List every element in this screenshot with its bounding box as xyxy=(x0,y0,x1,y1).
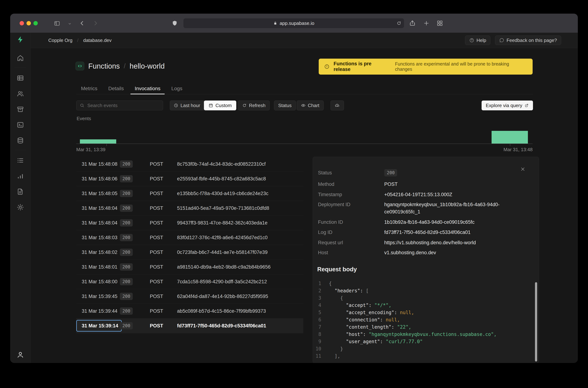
event-status-cell: 200 xyxy=(120,205,150,212)
explore-via-query-button[interactable]: Explore via query xyxy=(482,100,533,110)
tab-logs[interactable]: Logs xyxy=(171,83,182,94)
last-hour-button[interactable]: Last hour xyxy=(170,100,204,110)
share-icon[interactable] xyxy=(409,20,416,26)
event-status-cell: 200 xyxy=(120,322,150,329)
supabase-logo[interactable] xyxy=(10,36,30,44)
breadcrumb-project[interactable]: database.dev xyxy=(83,38,111,43)
request-body-code: 1{2 "headers": [3 {4 "accept": "*/*",5 "… xyxy=(313,280,539,360)
code-text: "accept_encoding": null, xyxy=(329,309,414,316)
new-tab-icon[interactable] xyxy=(423,20,430,26)
custom-range-button[interactable]: Custom xyxy=(204,100,236,110)
chart-toggle-label: Chart xyxy=(308,103,319,108)
table-row[interactable]: 31 Mar 15:39:14200POSTfd73ff71-7f50-465d… xyxy=(76,318,303,333)
event-id-cell: 7cda1c58-8598-4290-bdff-3a5c242bc212 xyxy=(177,279,303,285)
tab-details[interactable]: Details xyxy=(108,83,124,94)
explore-label: Explore via query xyxy=(486,103,522,108)
sidebar-toggle-icon[interactable] xyxy=(54,20,60,27)
table-row[interactable]: 31 Mar 15:48:04200POST99437ff3-9831-47ce… xyxy=(76,216,303,230)
table-row[interactable]: 31 Mar 15:48:00200POST7cda1c58-8598-4290… xyxy=(76,274,303,289)
reload-icon[interactable] xyxy=(396,21,402,26)
refresh-button[interactable]: Refresh xyxy=(238,100,270,110)
line-number: 9 xyxy=(313,338,321,345)
event-time-cell: 31 Mar 15:48:06 xyxy=(76,176,120,182)
table-row[interactable]: 31 Mar 15:48:02200POST0c723fab-b6c7-44d1… xyxy=(76,245,303,260)
table-row[interactable]: 31 Mar 15:48:05200POSTe135bb5c-f78a-430d… xyxy=(76,186,303,201)
status-filter-button[interactable]: Status xyxy=(274,100,296,110)
line-number: 3 xyxy=(313,294,321,302)
table-row[interactable]: 31 Mar 15:48:04200POST5151ad40-5ea7-49a5… xyxy=(76,201,303,216)
code-line: 10 } xyxy=(313,345,539,352)
sidebar-item-auth[interactable] xyxy=(10,90,30,97)
detail-field-host: Host v1.subhosting.deno.dev xyxy=(318,249,529,256)
status-badge: 200 xyxy=(384,169,397,176)
time-range-segment: Last hour Custom xyxy=(170,100,236,110)
calendar-icon xyxy=(208,103,213,108)
shield-privacy-icon[interactable] xyxy=(171,20,178,26)
database-icon xyxy=(17,137,24,144)
table-row[interactable]: 31 Mar 15:48:03200POST83f0d127-376c-42f8… xyxy=(76,230,303,245)
event-time-cell: 31 Mar 15:39:44 xyxy=(76,308,120,314)
code-line: 11 ], xyxy=(313,352,539,360)
close-window-button[interactable] xyxy=(20,21,24,25)
event-method-cell: POST xyxy=(150,235,177,241)
forward-button[interactable] xyxy=(92,20,99,26)
table-row[interactable]: 31 Mar 15:48:01200POSTa9815140-db9a-4eb2… xyxy=(76,260,303,274)
sidebar-item-table-editor[interactable] xyxy=(10,74,30,82)
field-label: Method xyxy=(318,181,384,188)
line-number: 4 xyxy=(313,302,321,309)
sidebar-item-sql-editor[interactable] xyxy=(10,121,30,129)
tab-overview-icon[interactable] xyxy=(436,20,443,26)
zoom-window-button[interactable] xyxy=(33,21,38,25)
sidebar-item-settings[interactable] xyxy=(10,203,30,211)
sidebar-item-database[interactable] xyxy=(10,137,30,144)
event-time: 31 Mar 15:48:04 xyxy=(82,205,118,211)
field-value: POST xyxy=(384,181,398,188)
sidebar-item-storage[interactable] xyxy=(10,105,30,113)
detail-field-method: Method POST xyxy=(318,181,529,188)
status-filter-label: Status xyxy=(278,103,292,108)
chart-toggle-button[interactable]: Chart xyxy=(297,100,324,110)
sidebar-item-home[interactable] xyxy=(10,54,30,62)
sidebar-item-docs[interactable] xyxy=(10,188,30,195)
breadcrumb-org[interactable]: Copple Org xyxy=(48,38,73,43)
table-row[interactable]: 31 Mar 15:48:08200POST8c753f0b-74af-4c34… xyxy=(76,157,303,171)
table-row[interactable]: 31 Mar 15:39:44200POSTab5c089f-b57d-4c15… xyxy=(76,304,303,318)
tab-invocations[interactable]: Invocations xyxy=(135,83,160,94)
back-button[interactable] xyxy=(79,20,85,26)
line-number: 8 xyxy=(313,331,321,338)
code-text: "user_agent": "curl/7.77.0" xyxy=(329,338,423,345)
page-title: Functions xyxy=(88,62,120,70)
search-events-field[interactable] xyxy=(76,100,163,110)
table-row[interactable]: 31 Mar 15:48:06200POSTe25593af-fbfe-445b… xyxy=(76,171,303,186)
event-id-cell: a9815140-db9a-4eb2-9bd8-c9a2b84b9656 xyxy=(177,264,303,270)
panel-scrollbar[interactable] xyxy=(535,282,537,362)
alert-circle-icon xyxy=(324,64,330,69)
line-number: 7 xyxy=(313,323,321,331)
line-number: 10 xyxy=(313,345,321,352)
status-badge: 200 xyxy=(120,307,133,315)
account-menu[interactable] xyxy=(10,351,30,359)
code-text: "connection": null, xyxy=(329,316,400,323)
event-time: 31 Mar 15:48:01 xyxy=(82,264,118,270)
table-row[interactable]: 31 Mar 15:39:45200POST62a04f4d-da87-4e14… xyxy=(76,289,303,304)
chevron-down-icon[interactable] xyxy=(68,22,72,25)
request-body-heading: Request body xyxy=(317,266,357,273)
detail-field-log-id: Log ID fd73ff71-7f50-465d-82d9-c5334f06c… xyxy=(318,229,529,236)
field-label: Function ID xyxy=(318,218,384,226)
feedback-button[interactable]: Feedback on this page? xyxy=(495,36,561,45)
help-button[interactable]: Help xyxy=(465,36,490,45)
event-id-cell: fd73ff71-7f50-465d-82d9-c5334f06ca01 xyxy=(177,323,303,329)
event-status-cell: 200 xyxy=(120,175,150,182)
event-id-cell: e135bb5c-f78a-430d-a419-cb6cde24e23c xyxy=(177,191,303,196)
sidebar-item-reports[interactable] xyxy=(10,172,30,180)
code-line: 4 "accept": "*/*", xyxy=(313,302,539,309)
event-time: 31 Mar 15:39:44 xyxy=(82,308,118,314)
search-input[interactable] xyxy=(87,102,160,109)
sidebar-item-logs[interactable] xyxy=(10,157,30,164)
tab-metrics[interactable]: Metrics xyxy=(81,83,97,94)
minimize-window-button[interactable] xyxy=(26,21,31,25)
status-badge: 200 xyxy=(120,175,133,182)
download-button[interactable] xyxy=(331,100,344,110)
field-value: fd73ff71-7f50-465d-82d9-c5334f06ca01 xyxy=(384,229,470,236)
address-bar[interactable]: app.supabase.io xyxy=(183,18,404,28)
